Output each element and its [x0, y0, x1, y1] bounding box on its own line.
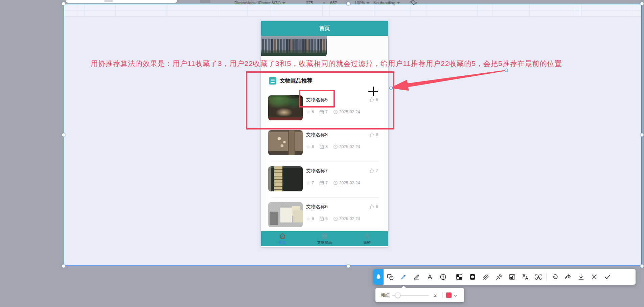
grid-icon — [321, 232, 328, 240]
screenshot-annotation-screen: Dimensions: iPhone 6/7/8 375 × 667 100% … — [0, 0, 644, 307]
translate-icon — [522, 273, 529, 281]
thumbs-up-icon — [369, 168, 374, 173]
download-button[interactable] — [574, 269, 588, 285]
color-swatch[interactable] — [446, 292, 452, 298]
download-icon — [577, 273, 585, 281]
clock-icon — [333, 144, 338, 149]
star-icon: ☆ — [306, 144, 310, 149]
item-thumbnail — [268, 166, 303, 191]
item-title: 文物名称8 — [306, 132, 328, 138]
divider — [442, 292, 443, 298]
scissors-box-icon — [508, 273, 516, 281]
tab-home[interactable]: 首页 — [261, 231, 303, 246]
slider-knob[interactable] — [395, 292, 400, 298]
item-title: 文物名称7 — [306, 168, 328, 174]
chevron-down-icon[interactable] — [454, 292, 457, 298]
person-icon — [363, 232, 371, 240]
item-like-count: 8 — [369, 132, 378, 137]
selection-handle-top-left[interactable] — [62, 2, 66, 6]
divider — [271, 197, 379, 198]
list-item[interactable]: 文物名称6 6 ☆6 176 2025-02-24 — [266, 202, 384, 228]
tab-exhibits[interactable]: 文物展品 — [303, 231, 346, 246]
number-badge-tool-button[interactable] — [436, 269, 450, 285]
item-meta: ☆8 178 2025-02-24 — [306, 144, 360, 149]
pencil-tool-button[interactable] — [410, 269, 423, 285]
text-tool-button[interactable] — [423, 269, 436, 285]
annotation-note-text: 用协推荐算法的效果是：用户11收藏了3，用户22收藏了3和5，收藏相同的就会过滤… — [91, 59, 562, 68]
share-button[interactable] — [561, 269, 574, 285]
page-title: 首页 — [261, 21, 388, 36]
tab-label: 文物展品 — [317, 240, 332, 245]
list-item[interactable]: 文物名称8 8 ☆8 178 2025-02-24 — [266, 130, 384, 156]
thickness-value: 2 — [432, 293, 439, 298]
pin-icon — [495, 273, 503, 281]
arrow-endpoint-handle — [505, 69, 508, 72]
item-thumbnail — [268, 202, 303, 227]
dim-overlay-left — [0, 4, 64, 266]
svg-text:17: 17 — [321, 183, 323, 185]
annotation-rectangle-title — [299, 90, 335, 108]
thickness-slider[interactable] — [392, 292, 429, 298]
text-icon — [426, 273, 434, 281]
arrow-tool-button[interactable] — [397, 269, 410, 285]
toolbar-divider — [546, 273, 547, 281]
toolbar-divider — [451, 273, 451, 281]
tab-label: 我的 — [363, 240, 371, 245]
calendar-icon: 17 — [319, 144, 324, 149]
item-title: 文物名称6 — [306, 204, 328, 210]
thumbs-up-icon — [369, 132, 374, 137]
confirm-button[interactable] — [601, 269, 614, 285]
item-meta: ☆7 177 2025-02-24 — [306, 181, 360, 185]
bottom-tab-bar: 首页 文物展品 我的 — [261, 231, 388, 246]
clock-icon — [333, 216, 338, 221]
tab-label: 首页 — [279, 240, 286, 245]
ocr-icon — [535, 273, 542, 281]
item-like-count: 6 — [369, 204, 378, 209]
mosaic-tool-button[interactable] — [453, 269, 466, 285]
calendar-icon: 17 — [319, 216, 324, 221]
share-arrow-icon — [564, 273, 572, 281]
blur-tool-button[interactable] — [466, 269, 479, 285]
number-one-icon — [439, 273, 447, 281]
ocr-tool-button[interactable] — [532, 269, 545, 285]
hatch-tool-button[interactable] — [479, 269, 492, 285]
pencil-icon — [413, 273, 420, 281]
translate-tool-button[interactable] — [519, 269, 532, 285]
selection-handle-bottom-center[interactable] — [347, 264, 350, 268]
selection-handle-top-right[interactable] — [640, 2, 644, 6]
thumbs-up-icon — [369, 204, 374, 209]
selection-handle-mid-right[interactable] — [640, 133, 644, 137]
star-icon: ☆ — [306, 216, 310, 221]
crosshair-cursor — [373, 87, 374, 96]
annotation-toolbar — [373, 269, 636, 285]
tool-options-bar: 粗细 2 — [375, 288, 464, 302]
close-icon — [591, 273, 598, 281]
undo-icon — [551, 273, 558, 281]
pin-tool-button[interactable] — [492, 269, 505, 285]
banner-image[interactable] — [261, 36, 327, 56]
selection-handle-bottom-right[interactable] — [640, 264, 644, 268]
calendar-icon: 17 — [319, 181, 324, 185]
svg-text:17: 17 — [321, 218, 323, 220]
list-item[interactable]: 文物名称7 7 ☆7 177 2025-02-24 — [266, 166, 384, 192]
divider — [271, 162, 379, 162]
star-icon: ☆ — [306, 181, 310, 185]
thickness-label: 粗细 — [381, 292, 390, 298]
tab-mine[interactable]: 我的 — [346, 231, 388, 246]
shapes-icon — [387, 273, 394, 281]
crop-scissors-tool-button[interactable] — [505, 269, 519, 285]
mosaic-icon — [456, 273, 463, 281]
browser-ui-fragment — [66, 0, 177, 3]
cancel-button[interactable] — [588, 269, 601, 285]
hatch-icon — [482, 273, 489, 281]
selection-handle-mid-left[interactable] — [62, 133, 66, 137]
background-table-grid — [64, 4, 642, 17]
shapes-tool-button[interactable] — [384, 269, 397, 285]
home-icon — [279, 232, 286, 240]
svg-text:17: 17 — [321, 146, 323, 148]
qq-logo-button[interactable] — [373, 269, 384, 285]
undo-button[interactable] — [548, 269, 561, 285]
selection-handle-bottom-left[interactable] — [62, 264, 66, 268]
item-like-count: 7 — [369, 168, 378, 173]
selection-handle-top-center[interactable] — [347, 2, 350, 6]
